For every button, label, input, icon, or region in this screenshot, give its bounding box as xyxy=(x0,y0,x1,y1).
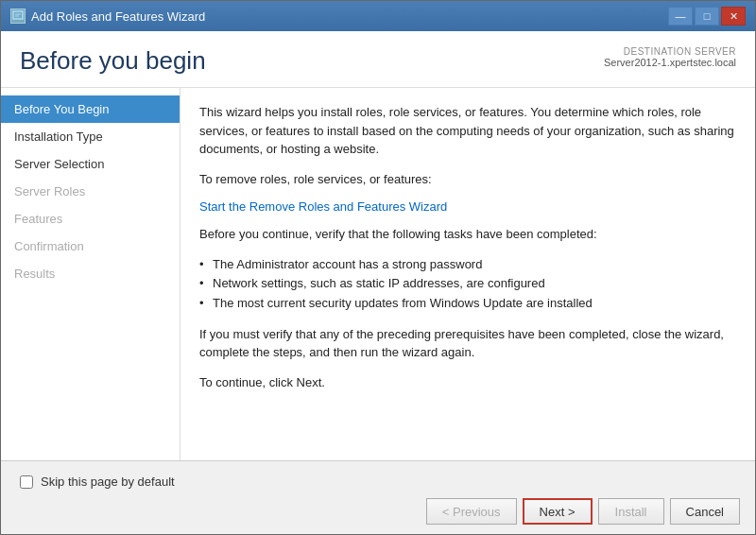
destination-value: Server2012-1.xpertstec.local xyxy=(604,57,736,68)
maximize-button[interactable]: □ xyxy=(695,7,719,26)
svg-rect-0 xyxy=(13,11,23,19)
content-panel: This wizard helps you install roles, rol… xyxy=(180,88,755,460)
intro-paragraph: This wizard helps you install roles, rol… xyxy=(199,103,736,159)
bullet-item: Network settings, such as static IP addr… xyxy=(199,274,736,294)
content-area: Before you begin DESTINATION SERVER Serv… xyxy=(1,31,755,460)
previous-button[interactable]: < Previous xyxy=(426,498,517,525)
header-section: Before you begin DESTINATION SERVER Serv… xyxy=(1,31,755,88)
wizard-window: Add Roles and Features Wizard — □ ✕ Befo… xyxy=(0,0,756,535)
wizard-icon xyxy=(10,9,26,24)
sidebar-item-server-roles: Server Roles xyxy=(1,178,180,205)
verify-label: Before you continue, verify that the fol… xyxy=(199,225,736,244)
destination-server-info: DESTINATION SERVER Server2012-1.xpertste… xyxy=(604,46,736,68)
bullet-list: The Administrator account has a strong p… xyxy=(199,255,736,314)
title-bar-left: Add Roles and Features Wizard xyxy=(10,9,205,24)
title-bar-controls: — □ ✕ xyxy=(668,7,746,26)
title-bar: Add Roles and Features Wizard — □ ✕ xyxy=(1,1,755,31)
sidebar-item-features: Features xyxy=(1,205,180,233)
sidebar: Before You BeginInstallation TypeServer … xyxy=(1,88,180,460)
remove-link[interactable]: Start the Remove Roles and Features Wiza… xyxy=(199,199,447,214)
prereq-note: If you must verify that any of the prece… xyxy=(199,325,736,362)
install-button[interactable]: Install xyxy=(598,498,664,525)
cancel-button[interactable]: Cancel xyxy=(670,498,740,525)
main-body: Before You BeginInstallation TypeServer … xyxy=(1,88,755,460)
sidebar-item-before-you-begin[interactable]: Before You Begin xyxy=(1,95,180,123)
skip-checkbox[interactable] xyxy=(20,475,33,489)
next-button[interactable]: Next > xyxy=(523,498,593,525)
button-row: < Previous Next > Install Cancel xyxy=(16,498,740,525)
continue-note: To continue, click Next. xyxy=(199,373,736,392)
skip-checkbox-row: Skip this page by default xyxy=(16,471,740,491)
close-button[interactable]: ✕ xyxy=(721,7,746,26)
page-title: Before you begin xyxy=(20,46,206,76)
sidebar-item-installation-type[interactable]: Installation Type xyxy=(1,123,180,150)
bullet-item: The most current security updates from W… xyxy=(199,294,736,314)
sidebar-item-confirmation: Confirmation xyxy=(1,233,180,260)
sidebar-item-results: Results xyxy=(1,260,180,287)
sidebar-item-server-selection[interactable]: Server Selection xyxy=(1,150,180,178)
window-title: Add Roles and Features Wizard xyxy=(31,9,205,24)
remove-label: To remove roles, role services, or featu… xyxy=(199,170,736,189)
destination-label: DESTINATION SERVER xyxy=(604,46,736,57)
bullet-item: The Administrator account has a strong p… xyxy=(199,255,736,275)
skip-checkbox-label[interactable]: Skip this page by default xyxy=(41,475,175,489)
minimize-button[interactable]: — xyxy=(668,7,693,26)
footer-area: Skip this page by default < Previous Nex… xyxy=(1,460,755,534)
